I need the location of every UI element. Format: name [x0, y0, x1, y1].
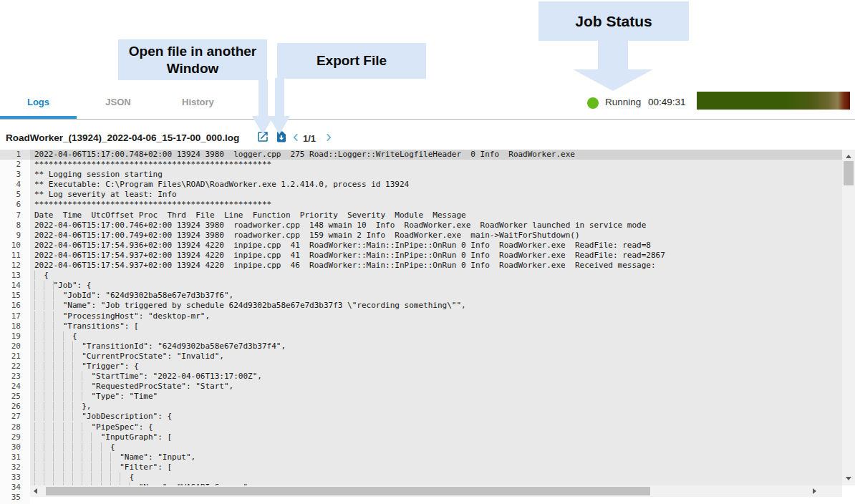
log-line[interactable]: }, — [30, 402, 842, 412]
log-line[interactable]: { — [30, 472, 842, 483]
log-line[interactable]: "InputGraph": [ — [30, 432, 842, 442]
job-status-text: Running — [605, 97, 641, 107]
line-number: 6 — [0, 200, 30, 210]
callout-job-status: Job Status — [538, 1, 689, 41]
status-dot-icon — [587, 97, 599, 109]
line-number: 15 — [0, 291, 30, 301]
line-number: 29 — [0, 432, 30, 442]
callout-arrowhead-job-status — [573, 69, 653, 91]
callout-arrow-open-file — [259, 79, 268, 116]
line-number: 25 — [0, 392, 30, 402]
chevron-right-icon[interactable] — [324, 132, 334, 142]
line-number: 13 — [0, 271, 30, 281]
line-number: 16 — [0, 301, 30, 311]
tab-bar: Logs JSON History — [0, 92, 236, 119]
log-line[interactable]: "Name": "Job triggered by schedule 624d9… — [30, 301, 842, 311]
line-number: 24 — [0, 382, 30, 392]
line-number: 12 — [0, 261, 30, 271]
log-viewer: 1234567891011121314151617181920212223242… — [0, 150, 855, 504]
log-line[interactable]: 2022-04-06T15:17:00.749+02:00 13924 3980… — [30, 231, 842, 241]
log-line[interactable]: "Trigger": { — [30, 362, 842, 372]
log-line[interactable]: "TransitionId": "624d9302ba58e67e7d3b37f… — [30, 341, 842, 352]
line-number: 10 — [0, 241, 30, 251]
line-number: 21 — [0, 352, 30, 362]
scroll-down-arrow-icon[interactable] — [846, 477, 851, 480]
log-line[interactable]: "JobId": "624d9302ba58e67e7d3b37f6", — [30, 291, 842, 301]
line-number: 33 — [0, 472, 30, 483]
log-line[interactable]: ****************************************… — [30, 160, 842, 170]
log-line[interactable]: { — [30, 331, 842, 341]
horizontal-scrollbar[interactable] — [30, 485, 842, 497]
log-line[interactable]: 2022-04-06T15:17:54.937+02:00 13924 4220… — [30, 261, 842, 271]
horizontal-scrollbar-thumb[interactable] — [46, 487, 650, 495]
log-line[interactable]: "CurrentProcState": "Invalid", — [30, 352, 842, 362]
log-line[interactable]: "ProcessingHost": "desktop-mr", — [30, 311, 842, 321]
line-number: 26 — [0, 402, 30, 412]
line-number: 28 — [0, 422, 30, 432]
vertical-scrollbar-thumb[interactable] — [844, 161, 854, 185]
log-line[interactable]: "Transitions": [ — [30, 321, 842, 331]
line-number: 20 — [0, 341, 30, 352]
tab-logs[interactable]: Logs — [0, 92, 77, 113]
line-number: 9 — [0, 231, 30, 241]
log-line[interactable]: "StartTime": "2022-04-06T13:17:00Z", — [30, 372, 842, 382]
line-number: 32 — [0, 462, 30, 472]
log-viewer-page: Open file in another Window Export File … — [0, 0, 855, 504]
line-number: 27 — [0, 412, 30, 422]
line-number: 23 — [0, 372, 30, 382]
line-number: 18 — [0, 321, 30, 331]
log-line[interactable]: "Name": "Input", — [30, 452, 842, 462]
log-line[interactable]: "JobDescription": { — [30, 412, 842, 422]
scroll-up-arrow-icon[interactable] — [846, 155, 851, 158]
line-number: 22 — [0, 362, 30, 372]
callout-arrow-export-file — [275, 78, 284, 116]
line-number: 3 — [0, 170, 30, 180]
log-line[interactable]: ** Log severity at least: Info — [30, 190, 842, 200]
job-elapsed-time: 00:49:31 — [648, 97, 686, 107]
log-line[interactable]: "Filter": [ — [30, 462, 842, 472]
line-number: 30 — [0, 442, 30, 452]
job-progress-bar — [697, 92, 850, 110]
tab-history[interactable]: History — [160, 92, 236, 113]
line-number: 17 — [0, 311, 30, 321]
scroll-left-arrow-icon[interactable] — [34, 488, 37, 494]
line-number: 7 — [0, 210, 30, 220]
callout-open-file: Open file in another Window — [118, 39, 267, 80]
line-number: 14 — [0, 281, 30, 291]
line-number: 19 — [0, 331, 30, 341]
log-line[interactable]: Date Time UtcOffset Proc Thrd File Line … — [30, 210, 842, 220]
log-file-name: RoadWorker_(13924)_2022-04-06_15-17-00_0… — [6, 132, 239, 143]
log-line[interactable]: "PipeSpec": { — [30, 422, 842, 432]
vertical-scrollbar[interactable] — [842, 150, 855, 485]
tab-bar-divider — [0, 119, 855, 120]
tab-json[interactable]: JSON — [79, 92, 156, 113]
page-indicator: 1/1 — [303, 133, 316, 144]
line-number-gutter: 1234567891011121314151617181920212223242… — [0, 150, 30, 504]
line-number: 11 — [0, 251, 30, 261]
line-number: 5 — [0, 190, 30, 200]
active-tab-indicator — [0, 116, 77, 119]
log-line[interactable]: 2022-04-06T15:17:54.936+02:00 13924 4220… — [30, 241, 842, 251]
log-line[interactable]: ** Executable: C:\Program Files\ROAD\Roa… — [30, 180, 842, 190]
log-line[interactable]: 2022-04-06T15:17:54.937+02:00 13924 4220… — [30, 251, 842, 261]
chevron-left-icon[interactable] — [291, 132, 301, 142]
scroll-right-arrow-icon[interactable] — [813, 488, 816, 494]
line-number: 8 — [0, 220, 30, 231]
log-line[interactable]: ****************************************… — [30, 200, 842, 210]
log-line[interactable]: "RequestedProcState": "Start", — [30, 382, 842, 392]
log-line[interactable]: "Job": { — [30, 281, 842, 291]
log-line[interactable]: ** Logging session starting — [30, 170, 842, 180]
log-line[interactable]: 2022-04-06T15:17:00.748+02:00 13924 3980… — [30, 150, 842, 160]
callout-export-file: Export File — [277, 43, 426, 79]
log-line[interactable]: { — [30, 442, 842, 452]
callout-arrow-job-status — [598, 40, 628, 69]
line-number: 31 — [0, 452, 30, 462]
line-number: 2 — [0, 160, 30, 170]
log-line[interactable]: { — [30, 271, 842, 281]
log-line[interactable]: "Type": "Time" — [30, 392, 842, 402]
line-number: 1 — [0, 150, 30, 160]
log-line[interactable]: 2022-04-06T15:17:00.746+02:00 13924 3980… — [30, 220, 842, 231]
line-number: 4 — [0, 180, 30, 190]
line-number: 35 — [0, 493, 30, 503]
callout-arrowhead-export-file — [269, 116, 290, 135]
